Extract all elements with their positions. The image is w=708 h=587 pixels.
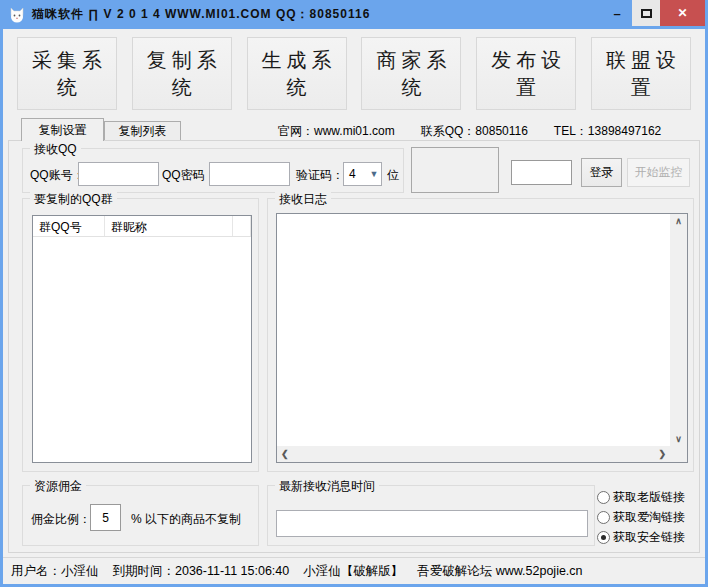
tab-page-copy-settings: 接收QQ QQ账号： QQ密码： 验证码： 4 ▼ 位 登录 开始监控 要复制的… [8, 140, 700, 553]
maximize-button[interactable] [632, 0, 660, 26]
info-tel: TEL：13898497162 [554, 123, 661, 140]
status-expiry: 到期时间：2036-11-11 15:06:40 [113, 563, 290, 580]
status-bar: 用户名：小淫仙 到期时间：2036-11-11 15:06:40 小淫仙【破解版… [3, 557, 705, 584]
qq-groups-list[interactable]: 群QQ号 群昵称 [32, 215, 252, 463]
receive-log-group: 接收日志 ∧ ∨ ❮ ❯ [267, 198, 694, 472]
minimize-icon: – [613, 6, 620, 21]
scroll-down-icon[interactable]: ∨ [675, 432, 682, 446]
scrollbar-corner [670, 446, 687, 462]
qq-groups-group-label: 要复制的QQ群 [30, 191, 117, 208]
titlebar: 猫咪软件 ∏ V 2 0 1 4 WWW.MI01.COM QQ：8085011… [0, 0, 708, 29]
close-button[interactable]: ✕ [660, 0, 705, 26]
horizontal-scrollbar[interactable]: ❮ ❯ [277, 446, 670, 462]
receive-log-group-label: 接收日志 [275, 191, 331, 208]
radio-old-link[interactable]: 获取老版链接 [597, 489, 697, 506]
commission-ratio-input[interactable] [90, 504, 121, 531]
captcha-input[interactable] [511, 160, 572, 185]
tab-copy-settings[interactable]: 复制设置 [21, 118, 104, 141]
radio-aitao-link-label: 获取爱淘链接 [613, 509, 685, 526]
minimize-button[interactable]: – [602, 0, 632, 26]
radio-aitao-link[interactable]: 获取爱淘链接 [597, 509, 697, 526]
toolbar-button-collect[interactable]: 采集系统 [17, 37, 117, 110]
qq-groups-group: 要复制的QQ群 群QQ号 群昵称 [22, 198, 259, 472]
captcha-digits-label: 验证码： [296, 167, 344, 184]
column-header-group-nickname[interactable]: 群昵称 [105, 216, 233, 236]
radio-icon [597, 511, 610, 524]
login-button[interactable]: 登录 [581, 158, 622, 187]
app-window: 猫咪软件 ∏ V 2 0 1 4 WWW.MI01.COM QQ：8085011… [0, 0, 708, 587]
info-website: 官网：www.mi01.com [278, 123, 395, 140]
column-header-empty [233, 216, 251, 236]
window-controls: – ✕ [602, 0, 705, 29]
toolbar-button-generate[interactable]: 生成系统 [247, 37, 347, 110]
toolbar-button-merchant[interactable]: 商家系统 [361, 37, 461, 110]
cat-icon [8, 6, 26, 24]
captcha-digits-select[interactable]: 4 ▼ [343, 162, 382, 186]
radio-icon [597, 491, 610, 504]
captcha-digits-value: 4 [344, 167, 367, 181]
tab-copy-list[interactable]: 复制列表 [104, 121, 181, 141]
radio-old-link-label: 获取老版链接 [613, 489, 685, 506]
main-toolbar: 采集系统 复制系统 生成系统 商家系统 发布设置 联盟设置 [17, 37, 691, 110]
captcha-image-panel [411, 147, 499, 193]
status-forum: 吾爱破解论坛 www.52pojie.cn [417, 563, 582, 580]
info-contact-qq: 联系QQ：80850116 [421, 123, 528, 140]
client-area: 采集系统 复制系统 生成系统 商家系统 发布设置 联盟设置 复制设置 复制列表 … [3, 29, 705, 584]
receive-qq-group-label: 接收QQ [30, 141, 81, 158]
radio-safe-link-label: 获取安全链接 [613, 529, 685, 546]
close-icon: ✕ [677, 6, 687, 20]
qq-password-input[interactable] [209, 162, 290, 186]
link-options: 获取老版链接 获取爱淘链接 获取安全链接 [597, 489, 697, 549]
latest-message-group-label: 最新接收消息时间 [275, 478, 379, 495]
scroll-left-icon[interactable]: ❮ [281, 447, 289, 461]
receive-log-box[interactable]: ∧ ∨ ❮ ❯ [276, 213, 688, 463]
start-monitor-button: 开始监控 [627, 158, 690, 187]
vertical-scrollbar[interactable]: ∧ ∨ [670, 214, 687, 446]
window-title: 猫咪软件 ∏ V 2 0 1 4 WWW.MI01.COM QQ：8085011… [32, 6, 370, 23]
maximize-icon [641, 9, 652, 18]
chevron-down-icon: ▼ [367, 169, 381, 179]
qq-account-label: QQ账号： [30, 167, 85, 184]
toolbar-button-copy[interactable]: 复制系统 [132, 37, 232, 110]
latest-message-input[interactable] [276, 510, 588, 537]
info-bar: 官网：www.mi01.com 联系QQ：80850116 TEL：138984… [278, 123, 698, 140]
commission-ratio-label: 佣金比例： [31, 511, 91, 528]
digits-suffix-label: 位 [387, 167, 399, 184]
toolbar-button-alliance[interactable]: 联盟设置 [591, 37, 691, 110]
commission-ratio-suffix: % 以下的商品不复制 [131, 511, 241, 528]
qq-account-input[interactable] [78, 162, 159, 186]
receive-qq-group: 接收QQ QQ账号： QQ密码： 验证码： 4 ▼ 位 [22, 148, 404, 193]
scroll-up-icon[interactable]: ∧ [675, 214, 682, 228]
commission-group-label: 资源佣金 [30, 478, 86, 495]
radio-safe-link[interactable]: 获取安全链接 [597, 529, 697, 546]
column-header-group-number[interactable]: 群QQ号 [33, 216, 105, 236]
latest-message-group: 最新接收消息时间 [267, 485, 595, 546]
toolbar-button-publish[interactable]: 发布设置 [476, 37, 576, 110]
tab-strip: 复制设置 复制列表 官网：www.mi01.com 联系QQ：80850116 … [8, 120, 700, 141]
commission-group: 资源佣金 佣金比例： % 以下的商品不复制 [22, 485, 259, 546]
status-username: 用户名：小淫仙 [11, 563, 99, 580]
status-cracked-tag: 小淫仙【破解版】 [303, 563, 403, 580]
qq-groups-list-header: 群QQ号 群昵称 [33, 216, 251, 237]
scroll-right-icon[interactable]: ❯ [658, 447, 666, 461]
radio-icon [597, 531, 610, 544]
